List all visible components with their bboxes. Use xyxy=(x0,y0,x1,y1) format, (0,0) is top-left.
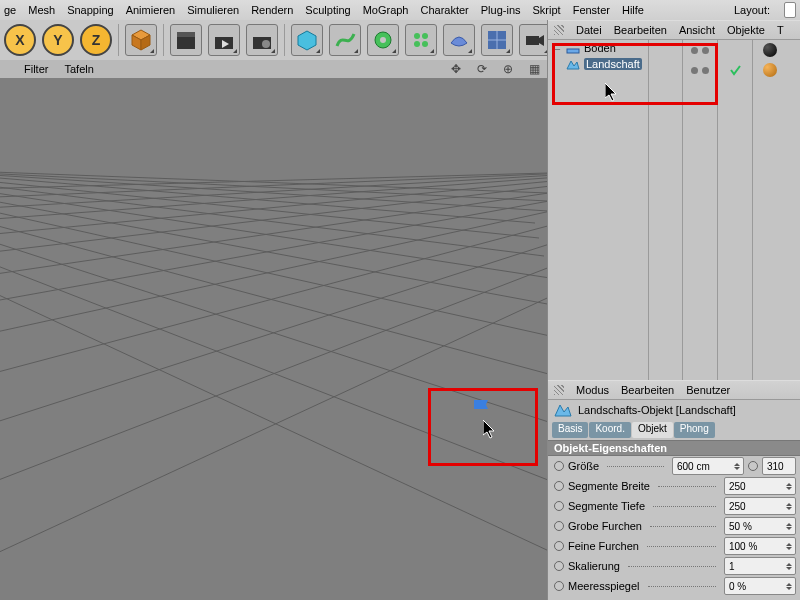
flag-icon xyxy=(474,400,488,409)
svg-point-15 xyxy=(422,41,428,47)
zoom-mode-icon[interactable]: ⊕ xyxy=(503,62,513,76)
anim-dot-icon[interactable] xyxy=(554,581,564,591)
meeresspiegel-field[interactable]: 0 % xyxy=(724,577,796,595)
object-row-landschaft[interactable]: Landschaft xyxy=(548,56,648,72)
layout-selector[interactable] xyxy=(784,2,796,18)
array-button[interactable] xyxy=(405,24,437,56)
seg-breite-field[interactable]: 250 xyxy=(724,477,796,495)
menu-animieren[interactable]: Animieren xyxy=(126,4,176,16)
svg-rect-4 xyxy=(177,32,195,37)
object-manager-header: Datei Bearbeiten Ansicht Objekte T xyxy=(548,20,800,40)
menu-mesh[interactable]: Mesh xyxy=(28,4,55,16)
anim-dot-icon[interactable] xyxy=(748,461,758,471)
om-menu-objekte[interactable]: Objekte xyxy=(727,24,765,36)
view-menu-filter[interactable]: Filter xyxy=(24,63,48,75)
rotate-mode-icon[interactable]: ⟳ xyxy=(477,62,487,76)
floor-icon xyxy=(566,41,580,55)
visibility-column[interactable] xyxy=(683,40,718,380)
attribute-title-row: Landschafts-Objekt [Landschaft] xyxy=(548,400,800,420)
menu-rendern[interactable]: Rendern xyxy=(251,4,293,16)
svg-point-12 xyxy=(414,33,420,39)
perspective-viewport[interactable] xyxy=(0,78,548,600)
svg-rect-51 xyxy=(0,150,548,168)
tab-objekt[interactable]: Objekt xyxy=(632,422,673,438)
menu-charakter[interactable]: Charakter xyxy=(420,4,468,16)
menu-mograph[interactable]: MoGraph xyxy=(363,4,409,16)
seg-tiefe-field[interactable]: 250 xyxy=(724,497,796,515)
svg-rect-19 xyxy=(526,36,539,45)
svg-marker-20 xyxy=(539,35,544,46)
menu-fenster[interactable]: Fenster xyxy=(573,4,610,16)
menu-ge[interactable]: ge xyxy=(4,4,16,16)
object-label[interactable]: Landschaft xyxy=(584,58,642,70)
om-menu-ansicht[interactable]: Ansicht xyxy=(679,24,715,36)
menu-sculpting[interactable]: Sculpting xyxy=(305,4,350,16)
anim-dot-icon[interactable] xyxy=(554,461,564,471)
tab-phong[interactable]: Phong xyxy=(674,422,715,438)
om-menu-t[interactable]: T xyxy=(777,24,784,36)
om-menu-bearbeiten[interactable]: Bearbeiten xyxy=(614,24,667,36)
prop-meeresspiegel: Meeresspiegel 0 % xyxy=(548,576,800,596)
am-menu-modus[interactable]: Modus xyxy=(576,384,609,396)
attribute-manager: Landschafts-Objekt [Landschaft] Basis Ko… xyxy=(548,400,800,600)
object-manager[interactable]: – Boden Landschaft xyxy=(548,40,800,380)
tab-basis[interactable]: Basis xyxy=(552,422,588,438)
right-panel-column: Datei Bearbeiten Ansicht Objekte T – Bod… xyxy=(547,20,800,600)
anim-dot-icon[interactable] xyxy=(554,481,564,491)
phong-tag-icon[interactable] xyxy=(763,63,777,77)
anim-dot-icon[interactable] xyxy=(554,521,564,531)
menu-simulieren[interactable]: Simulieren xyxy=(187,4,239,16)
size-y-field[interactable]: 310 xyxy=(762,457,796,475)
clapper-icon xyxy=(175,29,197,51)
hexagon-icon xyxy=(296,29,318,51)
object-row-boden[interactable]: – Boden xyxy=(548,40,648,56)
prop-label: Skalierung xyxy=(568,560,620,572)
environment-button[interactable] xyxy=(481,24,513,56)
skalierung-field[interactable]: 1 xyxy=(724,557,796,575)
menu-plugins[interactable]: Plug-ins xyxy=(481,4,521,16)
layout-mode-icon[interactable]: ▦ xyxy=(529,62,540,76)
anim-dot-icon[interactable] xyxy=(554,561,564,571)
anim-dot-icon[interactable] xyxy=(554,501,564,511)
svg-rect-50 xyxy=(0,78,548,158)
object-label[interactable]: Boden xyxy=(584,42,616,54)
menu-snapping[interactable]: Snapping xyxy=(67,4,114,16)
tags-column[interactable] xyxy=(753,40,787,380)
menu-hilfe[interactable]: Hilfe xyxy=(622,4,644,16)
anim-dot-icon[interactable] xyxy=(554,541,564,551)
generator-button[interactable] xyxy=(367,24,399,56)
grid-floor xyxy=(0,78,548,600)
disclosure-icon: – xyxy=(554,42,562,54)
deformer-button[interactable] xyxy=(443,24,475,56)
landscape-icon xyxy=(554,401,572,419)
spline-button[interactable] xyxy=(329,24,361,56)
enable-column[interactable] xyxy=(718,40,753,380)
svg-point-8 xyxy=(262,40,270,48)
panel-grip-icon[interactable] xyxy=(554,25,564,35)
render-pv-button[interactable] xyxy=(208,24,240,56)
layer-column[interactable] xyxy=(648,40,683,380)
axis-y-button[interactable]: Y xyxy=(42,24,74,56)
grobe-furchen-field[interactable]: 50 % xyxy=(724,517,796,535)
phong-tag-icon[interactable] xyxy=(763,43,777,57)
feine-furchen-field[interactable]: 100 % xyxy=(724,537,796,555)
view-menu-tafeln[interactable]: Tafeln xyxy=(64,63,93,75)
render-settings-button[interactable] xyxy=(246,24,278,56)
prop-label: Segmente Breite xyxy=(568,480,650,492)
null-button[interactable] xyxy=(291,24,323,56)
am-menu-benutzer[interactable]: Benutzer xyxy=(686,384,730,396)
tab-koord[interactable]: Koord. xyxy=(589,422,630,438)
axis-x-button[interactable]: X xyxy=(4,24,36,56)
object-tree[interactable]: – Boden Landschaft xyxy=(548,40,649,380)
axis-z-button[interactable]: Z xyxy=(80,24,112,56)
om-menu-datei[interactable]: Datei xyxy=(576,24,602,36)
render-view-button[interactable] xyxy=(170,24,202,56)
prop-groesse: Größe 600 cm 310 xyxy=(548,456,800,476)
am-menu-bearbeiten[interactable]: Bearbeiten xyxy=(621,384,674,396)
gear-icon xyxy=(372,29,394,51)
panel-grip-icon[interactable] xyxy=(554,385,564,395)
size-x-field[interactable]: 600 cm xyxy=(672,457,744,475)
move-mode-icon[interactable]: ✥ xyxy=(451,62,461,76)
cube-primitive-button[interactable] xyxy=(125,24,157,56)
menu-skript[interactable]: Skript xyxy=(533,4,561,16)
